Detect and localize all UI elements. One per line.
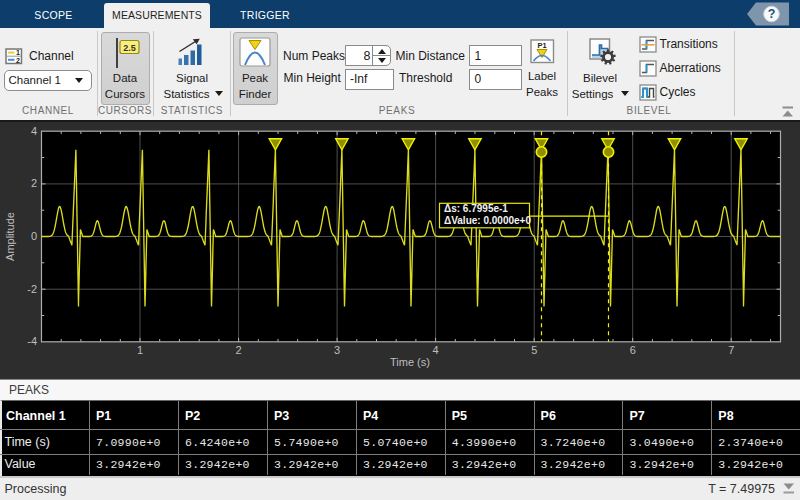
svg-text:ΔValue: 0.0000e+0: ΔValue: 0.0000e+0 bbox=[444, 215, 531, 226]
svg-text:1: 1 bbox=[16, 49, 20, 56]
svg-text:-4: -4 bbox=[27, 335, 37, 347]
svg-text:Time (s): Time (s) bbox=[390, 356, 430, 368]
svg-text:7: 7 bbox=[728, 344, 734, 356]
svg-text:?: ? bbox=[768, 7, 776, 21]
svg-text:2.5: 2.5 bbox=[123, 43, 136, 53]
svg-text:4: 4 bbox=[433, 344, 439, 356]
svg-text:4: 4 bbox=[31, 125, 37, 137]
svg-text:0: 0 bbox=[31, 230, 37, 242]
svg-text:P1: P1 bbox=[537, 41, 546, 50]
svg-text:2: 2 bbox=[236, 344, 242, 356]
svg-text:Δs: 6.7995e-1: Δs: 6.7995e-1 bbox=[444, 203, 508, 214]
svg-text:3: 3 bbox=[334, 344, 340, 356]
svg-text:Amplitude: Amplitude bbox=[4, 212, 16, 261]
svg-text:-2: -2 bbox=[27, 283, 37, 295]
svg-text:6: 6 bbox=[630, 344, 636, 356]
svg-text:5: 5 bbox=[531, 344, 537, 356]
svg-text:2: 2 bbox=[31, 177, 37, 189]
svg-text:2: 2 bbox=[16, 56, 20, 63]
svg-text:1: 1 bbox=[137, 344, 143, 356]
